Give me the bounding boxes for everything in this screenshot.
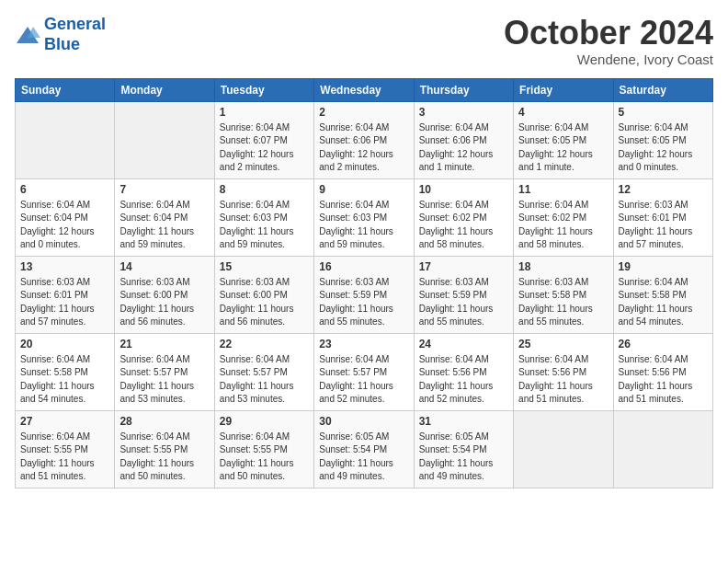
day-info: Sunrise: 6:03 AM Sunset: 5:58 PM Dayligh… bbox=[518, 276, 608, 329]
day-number: 26 bbox=[619, 338, 708, 350]
calendar-cell: 14Sunrise: 6:03 AM Sunset: 6:00 PM Dayli… bbox=[115, 256, 214, 333]
calendar-cell: 25Sunrise: 6:04 AM Sunset: 5:56 PM Dayli… bbox=[514, 333, 613, 410]
calendar-cell: 5Sunrise: 6:04 AM Sunset: 6:05 PM Daylig… bbox=[613, 101, 712, 178]
weekday-header: Friday bbox=[514, 78, 613, 101]
calendar-cell: 31Sunrise: 6:05 AM Sunset: 5:54 PM Dayli… bbox=[414, 410, 513, 488]
calendar-cell: 9Sunrise: 6:04 AM Sunset: 6:03 PM Daylig… bbox=[314, 178, 414, 256]
day-info: Sunrise: 6:04 AM Sunset: 6:02 PM Dayligh… bbox=[518, 199, 608, 252]
calendar-cell: 10Sunrise: 6:04 AM Sunset: 6:02 PM Dayli… bbox=[414, 178, 513, 256]
day-info: Sunrise: 6:04 AM Sunset: 6:05 PM Dayligh… bbox=[518, 121, 608, 175]
weekday-header: Saturday bbox=[613, 78, 712, 101]
day-number: 28 bbox=[119, 415, 209, 428]
day-number: 12 bbox=[619, 183, 708, 196]
calendar-table: SundayMondayTuesdayWednesdayThursdayFrid… bbox=[15, 78, 713, 488]
calendar-cell: 27Sunrise: 6:04 AM Sunset: 5:55 PM Dayli… bbox=[16, 410, 115, 488]
day-info: Sunrise: 6:04 AM Sunset: 6:06 PM Dayligh… bbox=[319, 121, 408, 175]
calendar-cell: 16Sunrise: 6:03 AM Sunset: 5:59 PM Dayli… bbox=[314, 256, 414, 333]
day-number: 29 bbox=[220, 415, 309, 428]
day-number: 18 bbox=[518, 260, 608, 273]
weekday-header: Wednesday bbox=[314, 78, 414, 101]
calendar-cell: 29Sunrise: 6:04 AM Sunset: 5:55 PM Dayli… bbox=[214, 410, 313, 488]
day-info: Sunrise: 6:05 AM Sunset: 5:54 PM Dayligh… bbox=[319, 431, 408, 484]
day-number: 22 bbox=[220, 338, 309, 350]
calendar-cell bbox=[16, 101, 115, 178]
calendar-cell: 11Sunrise: 6:04 AM Sunset: 6:02 PM Dayli… bbox=[514, 178, 613, 256]
day-number: 3 bbox=[419, 106, 508, 119]
calendar-cell bbox=[115, 101, 214, 178]
day-info: Sunrise: 6:03 AM Sunset: 5:59 PM Dayligh… bbox=[319, 276, 408, 329]
calendar-cell: 12Sunrise: 6:03 AM Sunset: 6:01 PM Dayli… bbox=[613, 178, 712, 256]
weekday-header: Tuesday bbox=[214, 78, 313, 101]
day-number: 6 bbox=[20, 183, 109, 196]
weekday-header: Sunday bbox=[16, 78, 115, 101]
page-header: General Blue October 2024 Wendene, Ivory… bbox=[15, 15, 713, 67]
day-info: Sunrise: 6:05 AM Sunset: 5:54 PM Dayligh… bbox=[419, 431, 508, 484]
calendar-cell: 3Sunrise: 6:04 AM Sunset: 6:06 PM Daylig… bbox=[414, 101, 513, 178]
calendar-cell: 20Sunrise: 6:04 AM Sunset: 5:58 PM Dayli… bbox=[16, 333, 115, 410]
weekday-header: Monday bbox=[115, 78, 214, 101]
day-number: 25 bbox=[518, 338, 608, 350]
day-info: Sunrise: 6:04 AM Sunset: 6:03 PM Dayligh… bbox=[319, 199, 408, 252]
day-info: Sunrise: 6:03 AM Sunset: 5:59 PM Dayligh… bbox=[419, 276, 508, 329]
day-info: Sunrise: 6:04 AM Sunset: 5:55 PM Dayligh… bbox=[20, 431, 109, 484]
day-info: Sunrise: 6:04 AM Sunset: 5:56 PM Dayligh… bbox=[619, 353, 708, 407]
day-number: 21 bbox=[119, 338, 209, 350]
day-info: Sunrise: 6:04 AM Sunset: 6:04 PM Dayligh… bbox=[20, 199, 109, 252]
day-number: 7 bbox=[119, 183, 209, 196]
location-subtitle: Wendene, Ivory Coast bbox=[504, 52, 713, 67]
day-info: Sunrise: 6:04 AM Sunset: 6:02 PM Dayligh… bbox=[419, 199, 508, 252]
calendar-week-row: 13Sunrise: 6:03 AM Sunset: 6:01 PM Dayli… bbox=[16, 256, 713, 333]
day-info: Sunrise: 6:03 AM Sunset: 6:00 PM Dayligh… bbox=[119, 276, 209, 329]
day-number: 11 bbox=[518, 183, 608, 196]
day-info: Sunrise: 6:04 AM Sunset: 5:57 PM Dayligh… bbox=[220, 353, 309, 407]
day-number: 4 bbox=[518, 106, 608, 119]
calendar-cell: 18Sunrise: 6:03 AM Sunset: 5:58 PM Dayli… bbox=[514, 256, 613, 333]
day-info: Sunrise: 6:04 AM Sunset: 5:58 PM Dayligh… bbox=[619, 276, 708, 329]
day-number: 20 bbox=[20, 338, 109, 350]
weekday-header: Thursday bbox=[414, 78, 513, 101]
calendar-cell: 23Sunrise: 6:04 AM Sunset: 5:57 PM Dayli… bbox=[314, 333, 414, 410]
calendar-cell: 28Sunrise: 6:04 AM Sunset: 5:55 PM Dayli… bbox=[115, 410, 214, 488]
calendar-cell: 8Sunrise: 6:04 AM Sunset: 6:03 PM Daylig… bbox=[214, 178, 313, 256]
day-number: 14 bbox=[119, 260, 209, 273]
day-number: 15 bbox=[220, 260, 309, 273]
day-info: Sunrise: 6:04 AM Sunset: 5:58 PM Dayligh… bbox=[20, 353, 109, 407]
day-number: 30 bbox=[319, 415, 408, 428]
calendar-cell: 2Sunrise: 6:04 AM Sunset: 6:06 PM Daylig… bbox=[314, 101, 414, 178]
day-number: 1 bbox=[220, 106, 309, 119]
logo-icon bbox=[15, 25, 40, 45]
day-number: 31 bbox=[419, 415, 508, 428]
calendar-cell: 4Sunrise: 6:04 AM Sunset: 6:05 PM Daylig… bbox=[514, 101, 613, 178]
calendar-cell: 24Sunrise: 6:04 AM Sunset: 5:56 PM Dayli… bbox=[414, 333, 513, 410]
day-number: 27 bbox=[20, 415, 109, 428]
day-number: 10 bbox=[419, 183, 508, 196]
calendar-header: SundayMondayTuesdayWednesdayThursdayFrid… bbox=[16, 78, 713, 101]
day-info: Sunrise: 6:04 AM Sunset: 6:06 PM Dayligh… bbox=[419, 121, 508, 175]
day-number: 5 bbox=[619, 106, 708, 119]
day-number: 23 bbox=[319, 338, 408, 350]
day-info: Sunrise: 6:04 AM Sunset: 6:07 PM Dayligh… bbox=[220, 121, 309, 175]
day-info: Sunrise: 6:04 AM Sunset: 6:03 PM Dayligh… bbox=[220, 199, 309, 252]
day-info: Sunrise: 6:04 AM Sunset: 6:05 PM Dayligh… bbox=[619, 121, 708, 175]
calendar-cell: 22Sunrise: 6:04 AM Sunset: 5:57 PM Dayli… bbox=[214, 333, 313, 410]
calendar-cell: 21Sunrise: 6:04 AM Sunset: 5:57 PM Dayli… bbox=[115, 333, 214, 410]
day-number: 8 bbox=[220, 183, 309, 196]
logo-text2: Blue bbox=[44, 35, 106, 55]
calendar-cell: 7Sunrise: 6:04 AM Sunset: 6:04 PM Daylig… bbox=[115, 178, 214, 256]
day-number: 17 bbox=[419, 260, 508, 273]
calendar-week-row: 6Sunrise: 6:04 AM Sunset: 6:04 PM Daylig… bbox=[16, 178, 713, 256]
day-number: 24 bbox=[419, 338, 508, 350]
calendar-cell bbox=[613, 410, 712, 488]
day-info: Sunrise: 6:04 AM Sunset: 5:57 PM Dayligh… bbox=[319, 353, 408, 407]
calendar-cell: 17Sunrise: 6:03 AM Sunset: 5:59 PM Dayli… bbox=[414, 256, 513, 333]
title-block: October 2024 Wendene, Ivory Coast bbox=[504, 15, 713, 67]
calendar-cell: 30Sunrise: 6:05 AM Sunset: 5:54 PM Dayli… bbox=[314, 410, 414, 488]
day-info: Sunrise: 6:04 AM Sunset: 5:55 PM Dayligh… bbox=[119, 431, 209, 484]
logo: General Blue bbox=[15, 15, 106, 54]
day-info: Sunrise: 6:03 AM Sunset: 6:00 PM Dayligh… bbox=[220, 276, 309, 329]
logo-text: General bbox=[44, 15, 106, 35]
calendar-week-row: 1Sunrise: 6:04 AM Sunset: 6:07 PM Daylig… bbox=[16, 101, 713, 178]
calendar-cell: 13Sunrise: 6:03 AM Sunset: 6:01 PM Dayli… bbox=[16, 256, 115, 333]
day-number: 13 bbox=[20, 260, 109, 273]
day-info: Sunrise: 6:03 AM Sunset: 6:01 PM Dayligh… bbox=[20, 276, 109, 329]
